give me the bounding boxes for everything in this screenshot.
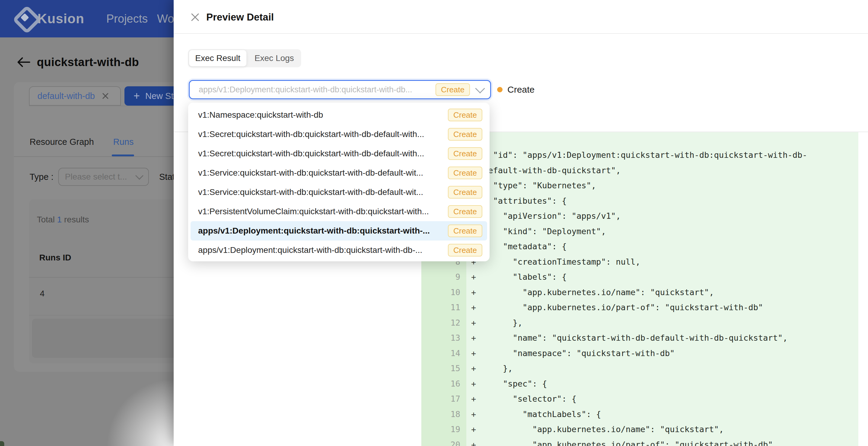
resource-select-value: apps/v1:Deployment:quickstart-with-db:qu… xyxy=(199,85,435,95)
resource-status-badge: Create xyxy=(497,84,534,95)
create-tag: Create xyxy=(448,109,482,121)
resource-select-dropdown: v1:Namespace:quickstart-with-dbCreate v1… xyxy=(188,103,490,261)
option-label: apps/v1:Deployment:quickstart-with-db:qu… xyxy=(198,226,443,236)
back-arrow-icon[interactable] xyxy=(17,57,30,68)
diff-row: 19+ "app.kubernetes.io/name": "quickstar… xyxy=(188,422,868,437)
type-filter-placeholder: Please select t... xyxy=(65,172,127,182)
tab-exec-result[interactable]: Exec Result xyxy=(189,50,246,66)
diff-row: 20+ "app.kubernetes.io/part-of": "quicks… xyxy=(188,437,868,446)
tab-resource-graph[interactable]: Resource Graph xyxy=(30,137,94,147)
kusion-logo-icon[interactable] xyxy=(14,7,38,31)
diff-row: 15+ }, xyxy=(188,361,868,376)
diff-row: 16+ "spec": { xyxy=(188,376,868,391)
resource-select[interactable]: apps/v1:Deployment:quickstart-with-db:qu… xyxy=(189,80,491,99)
type-filter-label: Type : xyxy=(30,172,54,182)
dropdown-option[interactable]: v1:Service:quickstart-with-db:quickstart… xyxy=(191,163,487,182)
tab-close-icon[interactable] xyxy=(102,93,109,99)
dropdown-option[interactable]: v1:Secret:quickstart-with-db:quickstart-… xyxy=(191,144,487,163)
tab-exec-logs[interactable]: Exec Logs xyxy=(248,50,300,66)
status-dot-icon xyxy=(497,87,502,92)
drawer-header: Preview Detail xyxy=(174,0,868,34)
total-suffix: results xyxy=(64,215,89,224)
chevron-down-icon xyxy=(135,171,144,179)
diff-row: 14+ "namespace": "quickstart-with-db" xyxy=(188,345,868,361)
total-count: 1 xyxy=(57,215,62,224)
preview-detail-drawer: Preview Detail Exec Result Exec Logs app… xyxy=(174,0,868,446)
diff-row: 12+ }, xyxy=(188,315,868,331)
diff-row: 9+ "labels": { xyxy=(188,270,868,285)
create-tag: Create xyxy=(435,83,470,96)
diff-row: 11+ "app.kubernetes.io/part-of": "quicks… xyxy=(188,300,868,315)
chevron-down-icon xyxy=(475,83,485,93)
total-results-text: Total 1 results xyxy=(37,215,89,225)
dropdown-option-selected[interactable]: apps/v1:Deployment:quickstart-with-db:qu… xyxy=(191,221,487,240)
screen: Kusion Projects Workspaces quickstart-wi… xyxy=(0,0,868,446)
exec-tabs: Exec Result Exec Logs xyxy=(188,49,301,67)
drawer-glow-decoration xyxy=(104,377,174,446)
option-label: apps/v1:Deployment:quickstart-with-db:qu… xyxy=(198,245,443,255)
nav-item-projects[interactable]: Projects xyxy=(106,0,148,37)
option-label: v1:Service:quickstart-with-db:quickstart… xyxy=(198,187,443,197)
diff-row: 13+ "name": "quickstart-with-db-default-… xyxy=(188,331,868,346)
plus-icon: + xyxy=(133,90,140,102)
tab-runs[interactable]: Runs xyxy=(113,137,134,147)
create-tag: Create xyxy=(448,147,482,160)
dropdown-option[interactable]: v1:Namespace:quickstart-with-dbCreate xyxy=(191,105,487,125)
option-label: v1:Secret:quickstart-with-db:quickstart-… xyxy=(198,130,443,139)
create-tag: Create xyxy=(448,186,482,199)
option-label: v1:PersistentVolumeClaim:quickstart-with… xyxy=(198,207,443,216)
table-row-runs-id-cell: 4 xyxy=(40,289,45,299)
status-label: Create xyxy=(507,84,534,95)
total-prefix: Total xyxy=(37,215,55,224)
option-label: v1:Namespace:quickstart-with-db xyxy=(198,110,443,120)
diff-row: 17+ "selector": { xyxy=(188,391,868,407)
create-tag: Create xyxy=(448,244,482,256)
page-title: quickstart-with-db xyxy=(37,56,139,69)
create-tag: Create xyxy=(448,225,482,237)
create-tag: Create xyxy=(448,167,482,179)
create-tag: Create xyxy=(448,205,482,218)
dropdown-option[interactable]: v1:Secret:quickstart-with-db:quickstart-… xyxy=(191,125,487,144)
create-tag: Create xyxy=(448,128,482,141)
stack-tab-default-with-db[interactable]: default-with-db xyxy=(29,86,121,106)
type-filter-select[interactable]: Please select t... xyxy=(58,168,149,186)
drawer-title: Preview Detail xyxy=(206,11,274,23)
option-label: v1:Secret:quickstart-with-db:quickstart-… xyxy=(198,149,443,159)
option-label: v1:Service:quickstart-with-db:quickstart… xyxy=(198,168,443,178)
column-header-runs-id: Runs ID xyxy=(39,253,71,263)
close-icon[interactable] xyxy=(189,11,202,24)
toast-corner-decoration xyxy=(0,441,4,446)
dropdown-option[interactable]: v1:Service:quickstart-with-db:quickstart… xyxy=(191,182,487,202)
diff-row: 10+ "app.kubernetes.io/name": "quickstar… xyxy=(188,284,868,300)
diff-row: 18+ "matchLabels": { xyxy=(188,407,868,422)
stack-tab-label: default-with-db xyxy=(37,91,95,101)
brand-wordmark[interactable]: Kusion xyxy=(37,0,84,37)
dropdown-option[interactable]: apps/v1:Deployment:quickstart-with-db:qu… xyxy=(191,240,487,260)
dropdown-option[interactable]: v1:PersistentVolumeClaim:quickstart-with… xyxy=(191,202,487,221)
